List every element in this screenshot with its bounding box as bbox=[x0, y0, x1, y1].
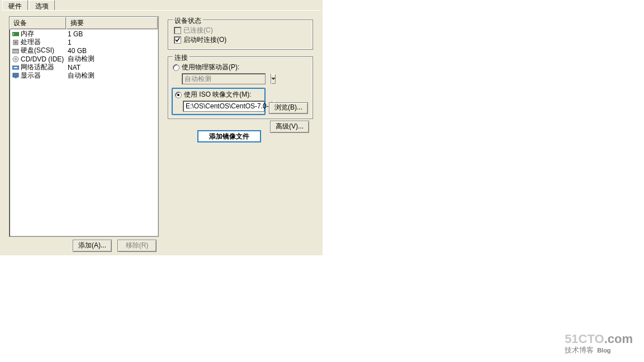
fieldset-device-status: 设备状态 已连接(C) 启动时连接(O) bbox=[168, 20, 313, 50]
summary-label: 自动检测 bbox=[67, 71, 158, 80]
svg-rect-10 bbox=[13, 73, 18, 77]
combo-physical-drive bbox=[182, 73, 266, 84]
callout-add-iso: 添加镜像文件 bbox=[197, 130, 261, 142]
tab-bar: 硬件 选项 bbox=[2, 0, 56, 11]
checkbox-connected bbox=[174, 27, 181, 34]
label-connect-on-start: 启动时连接(O) bbox=[183, 35, 226, 45]
radio-physical[interactable] bbox=[173, 64, 179, 71]
list-buttons: 添加(A)... 移除(R) bbox=[9, 240, 159, 252]
processor-icon bbox=[12, 39, 20, 46]
summary-label: 40 GB bbox=[67, 47, 158, 55]
list-header: 设备 摘要 bbox=[10, 17, 158, 30]
memory-icon bbox=[12, 31, 20, 37]
device-label: 显示器 bbox=[20, 71, 67, 80]
list-rows: 内存 1 GB 处理器 1 硬盘(SCSI) 40 GB CD/DVD (IDE… bbox=[10, 30, 158, 80]
label-connected: 已连接(C) bbox=[183, 26, 213, 35]
checkbox-connect-on-start[interactable] bbox=[174, 36, 181, 44]
row-processor[interactable]: 处理器 1 bbox=[10, 38, 158, 46]
summary-label: NAT bbox=[67, 64, 158, 72]
summary-label: 自动检测 bbox=[67, 54, 158, 64]
iso-highlight: 使用 ISO 映像文件(M): bbox=[172, 88, 266, 115]
radio-iso[interactable] bbox=[175, 92, 182, 98]
iso-path-input[interactable] bbox=[183, 101, 272, 111]
watermark-sub: 技术博客Blog bbox=[565, 345, 633, 355]
svg-rect-1 bbox=[13, 33, 14, 35]
chevron-down-icon bbox=[271, 74, 276, 84]
advanced-button[interactable]: 高级(V)... bbox=[270, 121, 309, 133]
tab-options[interactable]: 选项 bbox=[29, 0, 55, 11]
hardware-list: 设备 摘要 内存 1 GB 处理器 1 硬盘(SCSI) 40 GB bbox=[9, 16, 159, 237]
row-memory[interactable]: 内存 1 GB bbox=[10, 30, 158, 38]
watermark-logo: 51CTO.com bbox=[565, 333, 633, 345]
summary-label: 1 bbox=[67, 39, 158, 46]
legend-connection: 连接 bbox=[173, 53, 190, 63]
add-button[interactable]: 添加(A)... bbox=[73, 240, 112, 252]
cddvd-icon bbox=[12, 56, 20, 63]
row-display[interactable]: 显示器 自动检测 bbox=[10, 72, 158, 80]
device-label: CD/DVD (IDE) bbox=[20, 55, 67, 63]
row-network[interactable]: 网络适配器 NAT bbox=[10, 63, 158, 72]
vm-settings-dialog: 硬件 选项 设备 摘要 内存 1 GB 处理器 1 bbox=[0, 0, 323, 255]
harddisk-icon bbox=[12, 48, 20, 54]
summary-label: 1 GB bbox=[67, 30, 158, 38]
physical-value bbox=[182, 74, 271, 84]
svg-rect-5 bbox=[13, 50, 18, 50]
browse-button[interactable]: 浏览(B)... bbox=[269, 102, 308, 114]
watermark: 51CTO.com 技术博客Blog bbox=[565, 333, 633, 355]
header-summary[interactable]: 摘要 bbox=[67, 17, 158, 29]
network-icon bbox=[12, 65, 20, 70]
header-device[interactable]: 设备 bbox=[10, 17, 67, 29]
fieldset-connection: 连接 使用物理驱动器(P): 使用 ISO 映像文件(M): bbox=[168, 56, 313, 119]
row-harddisk[interactable]: 硬盘(SCSI) 40 GB bbox=[10, 46, 158, 55]
tab-hardware[interactable]: 硬件 bbox=[2, 0, 28, 11]
device-label: 硬盘(SCSI) bbox=[20, 46, 67, 55]
legend-status: 设备状态 bbox=[173, 16, 203, 26]
display-icon bbox=[12, 73, 20, 79]
svg-rect-3 bbox=[15, 41, 17, 44]
remove-button: 移除(R) bbox=[117, 240, 157, 252]
svg-rect-11 bbox=[15, 77, 17, 78]
combo-iso-file[interactable] bbox=[183, 101, 264, 112]
label-iso: 使用 ISO 映像文件(M): bbox=[184, 90, 252, 99]
svg-point-7 bbox=[15, 58, 17, 60]
tab-content: 设备 摘要 内存 1 GB 处理器 1 硬盘(SCSI) 40 GB bbox=[2, 10, 320, 253]
svg-rect-9 bbox=[14, 67, 17, 68]
label-physical: 使用物理驱动器(P): bbox=[182, 63, 239, 72]
row-cddvd[interactable]: CD/DVD (IDE) 自动检测 bbox=[10, 55, 158, 63]
